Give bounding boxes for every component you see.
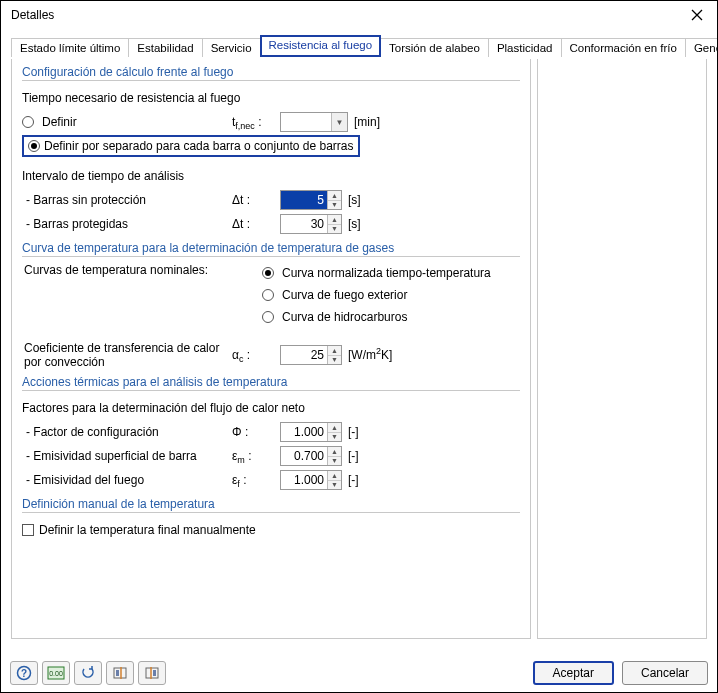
spinner-icon[interactable]: ▲▼ <box>327 191 341 209</box>
tab-general[interactable]: General <box>685 38 718 57</box>
alpha-symbol: αc : <box>232 348 250 362</box>
ef-unit: [-] <box>342 473 402 487</box>
ok-button[interactable]: Aceptar <box>533 661 614 685</box>
spinner-icon[interactable]: ▲▼ <box>327 447 341 465</box>
radio-curva-normalizada-label[interactable]: Curva normalizada tiempo-temperatura <box>282 266 491 280</box>
radio-definir-separado-label[interactable]: Definir por separado para cada barra o c… <box>44 139 354 153</box>
dialog-content: Estado límite último Estabilidad Servici… <box>1 29 717 639</box>
spinner-icon[interactable]: ▲▼ <box>327 471 341 489</box>
window-title: Detalles <box>11 8 54 22</box>
spinner-icon[interactable]: ▲▼ <box>327 215 341 233</box>
radio-definir-separado[interactable] <box>28 140 40 152</box>
alpha-input[interactable]: ▲▼ <box>280 345 342 365</box>
svg-rect-8 <box>153 670 156 676</box>
section-curva-title: Curva de temperatura para la determinaci… <box>22 241 520 257</box>
dt-symbol-2: Δt : <box>232 217 280 231</box>
cancel-button[interactable]: Cancelar <box>622 661 708 685</box>
ef-value[interactable] <box>281 471 327 489</box>
tab-plasticidad[interactable]: Plasticidad <box>488 38 562 57</box>
radio-curva-normalizada[interactable] <box>262 267 274 279</box>
dt-unprotected-input[interactable]: ▲▼ <box>280 190 342 210</box>
dt-symbol-1: Δt : <box>232 193 280 207</box>
tab-torsion[interactable]: Torsión de alabeo <box>380 38 489 57</box>
panel-right-preview <box>537 59 707 639</box>
ef-input[interactable]: ▲▼ <box>280 470 342 490</box>
em-symbol: εm : <box>232 449 252 463</box>
phi-unit: [-] <box>342 425 402 439</box>
radio-definir-label[interactable]: Definir <box>42 115 77 129</box>
em-input[interactable]: ▲▼ <box>280 446 342 466</box>
units-button[interactable]: 0.00 <box>42 661 70 685</box>
dt-protected-value[interactable] <box>281 215 327 233</box>
row-protected-label: - Barras protegidas <box>22 217 232 231</box>
close-icon[interactable] <box>685 3 709 27</box>
interval-label: Intervalo de tiempo de análisis <box>22 165 520 187</box>
coef-label: Coeficiente de transferencia de calor po… <box>22 341 232 369</box>
svg-rect-5 <box>116 670 119 676</box>
tab-resistencia-fuego[interactable]: Resistencia al fuego <box>260 35 382 57</box>
help-button[interactable]: ? <box>10 661 38 685</box>
radio-curva-exterior[interactable] <box>262 289 274 301</box>
svg-text:0.00: 0.00 <box>49 670 63 677</box>
tab-conformacion[interactable]: Conformación en frío <box>561 38 686 57</box>
factors-label: Factores para la determinación del flujo… <box>22 397 520 419</box>
phi-symbol: Φ : <box>232 425 280 439</box>
tfnec-unit: [min] <box>348 115 408 129</box>
phi-value[interactable] <box>281 423 327 441</box>
spinner-icon[interactable]: ▲▼ <box>327 346 341 364</box>
title-bar: Detalles <box>1 1 717 29</box>
radio-curva-hidrocarburos-label[interactable]: Curva de hidrocarburos <box>282 310 407 324</box>
phi-input[interactable]: ▲▼ <box>280 422 342 442</box>
checkbox-definir-manual[interactable] <box>22 524 34 536</box>
svg-text:?: ? <box>21 668 27 679</box>
factor-conf-label: - Factor de configuración <box>22 425 232 439</box>
tab-estabilidad[interactable]: Estabilidad <box>128 38 202 57</box>
tfnec-symbol: tf,nec : <box>232 115 262 129</box>
section-config-fuego-title: Configuración de cálculo frente al fuego <box>22 65 520 81</box>
dt-protected-input[interactable]: ▲▼ <box>280 214 342 234</box>
dt-unprotected-value[interactable] <box>281 191 327 209</box>
tab-estado-limite[interactable]: Estado límite último <box>11 38 129 57</box>
req-time-label: Tiempo necesario de resistencia al fuego <box>22 87 520 109</box>
svg-rect-7 <box>146 668 158 678</box>
radio-curva-exterior-label[interactable]: Curva de fuego exterior <box>282 288 407 302</box>
dialog-footer: ? 0.00 Aceptar Cancelar <box>0 655 718 693</box>
panel-left: Configuración de cálculo frente al fuego… <box>11 59 531 639</box>
tfnec-value[interactable] <box>281 113 331 131</box>
section-manual-title: Definición manual de la temperatura <box>22 497 520 513</box>
tool-b-button[interactable] <box>138 661 166 685</box>
chevron-down-icon[interactable]: ▼ <box>331 113 347 131</box>
row-unprotected-label: - Barras sin protección <box>22 193 232 207</box>
alpha-unit: [W/m2K] <box>342 348 402 362</box>
alpha-value[interactable] <box>281 346 327 364</box>
em-unit: [-] <box>342 449 402 463</box>
tfnec-combo[interactable]: ▼ <box>280 112 348 132</box>
radio-curva-hidrocarburos[interactable] <box>262 311 274 323</box>
ef-symbol: εf : <box>232 473 247 487</box>
radio-definir[interactable] <box>22 116 34 128</box>
svg-rect-4 <box>114 668 126 678</box>
emis-fire-label: - Emisividad del fuego <box>22 473 232 487</box>
dt-protected-unit: [s] <box>342 217 402 231</box>
tab-servicio[interactable]: Servicio <box>202 38 261 57</box>
emis-bar-label: - Emisividad superficial de barra <box>22 449 232 463</box>
section-acciones-title: Acciones térmicas para el análisis de te… <box>22 375 520 391</box>
checkbox-definir-manual-label[interactable]: Definir la temperatura final manualmente <box>39 523 256 537</box>
dt-unprotected-unit: [s] <box>342 193 402 207</box>
reset-button[interactable] <box>74 661 102 685</box>
tool-a-button[interactable] <box>106 661 134 685</box>
nominal-curves-label: Curvas de temperatura nominales: <box>22 263 262 277</box>
tab-bar: Estado límite último Estabilidad Servici… <box>11 35 707 57</box>
radio-separado-highlight: Definir por separado para cada barra o c… <box>22 135 360 157</box>
em-value[interactable] <box>281 447 327 465</box>
spinner-icon[interactable]: ▲▼ <box>327 423 341 441</box>
